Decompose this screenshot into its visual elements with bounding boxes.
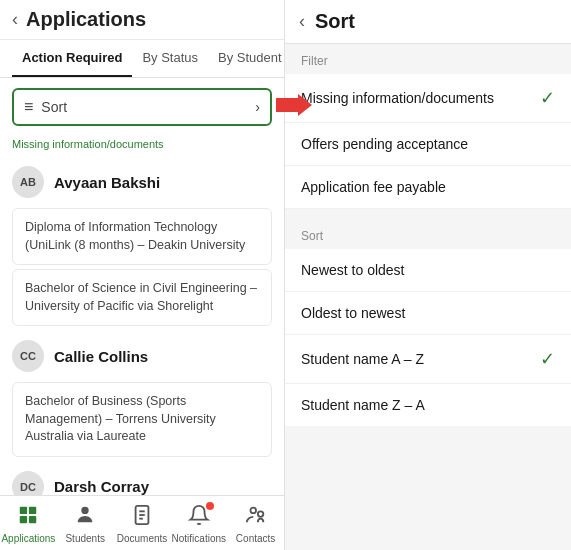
sort-option-name-za-label: Student name Z – A <box>301 397 425 413</box>
documents-nav-icon <box>131 504 153 531</box>
course-item-ab-1[interactable]: Bachelor of Science in Civil Engineering… <box>12 269 272 326</box>
student-header-ab: AB Avyaan Bakshi <box>0 156 284 204</box>
filter-option-offers-label: Offers pending acceptance <box>301 136 468 152</box>
notifications-nav-icon <box>188 504 210 531</box>
svg-point-10 <box>250 508 256 514</box>
students-nav-icon <box>74 504 96 531</box>
svg-point-5 <box>82 507 89 514</box>
sort-panel-title: Sort <box>315 10 355 33</box>
filter-section-heading: Filter <box>285 44 571 74</box>
section-divider <box>285 209 571 219</box>
course-item-cc-0[interactable]: Bachelor of Business (Sports Management)… <box>12 382 272 457</box>
svg-rect-1 <box>20 507 27 514</box>
avatar-dc: DC <box>12 471 44 496</box>
sort-label: Sort <box>41 99 255 115</box>
filter-option-missing-check: ✓ <box>540 87 555 109</box>
sort-bar[interactable]: ≡ Sort › <box>12 88 272 126</box>
filter-option-fee-label: Application fee payable <box>301 179 446 195</box>
sort-section-heading: Sort <box>285 219 571 249</box>
contacts-nav-icon <box>245 504 267 531</box>
tab-by-status[interactable]: By Status <box>132 40 208 77</box>
filter-option-missing-label: Missing information/documents <box>301 90 494 106</box>
red-arrow-indicator <box>276 94 312 120</box>
applications-title: Applications <box>26 8 146 31</box>
student-section-dc: DC Darsh Corray Bachelor of Music – Univ… <box>0 461 284 496</box>
right-panel: ‹ Sort Filter Missing information/docume… <box>285 0 571 550</box>
student-name-cc: Callie Collins <box>54 348 148 365</box>
avatar-cc: CC <box>12 340 44 372</box>
nav-label-documents: Documents <box>117 533 168 544</box>
nav-label-contacts: Contacts <box>236 533 275 544</box>
sort-option-name-az-label: Student name A – Z <box>301 351 424 367</box>
svg-marker-0 <box>276 94 312 116</box>
svg-rect-4 <box>29 516 36 523</box>
sort-option-name-az[interactable]: Student name A – Z ✓ <box>285 335 571 384</box>
filter-active-label: Missing information/documents <box>0 136 284 156</box>
nav-students[interactable]: Students <box>57 502 114 546</box>
student-section-ab: AB Avyaan Bakshi Diploma of Information … <box>0 156 284 326</box>
svg-rect-3 <box>20 516 27 523</box>
svg-rect-2 <box>29 507 36 514</box>
filter-option-offers[interactable]: Offers pending acceptance <box>285 123 571 166</box>
sort-option-oldest[interactable]: Oldest to newest <box>285 292 571 335</box>
tab-action-required[interactable]: Action Required <box>12 40 132 77</box>
nav-documents[interactable]: Documents <box>114 502 171 546</box>
left-header: ‹ Applications <box>0 0 284 40</box>
course-item-ab-0[interactable]: Diploma of Information Technology (UniLi… <box>12 208 272 265</box>
back-button-left[interactable]: ‹ <box>12 9 18 30</box>
student-name-dc: Darsh Corray <box>54 478 149 495</box>
notification-badge <box>206 502 214 510</box>
student-header-cc: CC Callie Collins <box>0 330 284 378</box>
sort-filter-list: Filter Missing information/documents ✓ O… <box>285 44 571 550</box>
sort-option-newest-label: Newest to oldest <box>301 262 405 278</box>
sort-option-name-az-check: ✓ <box>540 348 555 370</box>
sort-icon: ≡ <box>24 98 33 116</box>
nav-notifications[interactable]: Notifications <box>170 502 227 546</box>
bottom-nav: Applications Students Documents Notifica… <box>0 495 284 550</box>
nav-label-students: Students <box>65 533 104 544</box>
right-header: ‹ Sort <box>285 0 571 44</box>
sort-option-name-za[interactable]: Student name Z – A <box>285 384 571 426</box>
tab-by-student[interactable]: By Student <box>208 40 292 77</box>
sort-option-oldest-label: Oldest to newest <box>301 305 405 321</box>
student-list: AB Avyaan Bakshi Diploma of Information … <box>0 156 284 495</box>
left-panel: ‹ Applications Action Required By Status… <box>0 0 285 550</box>
student-section-cc: CC Callie Collins Bachelor of Business (… <box>0 330 284 457</box>
avatar-ab: AB <box>12 166 44 198</box>
tab-bar: Action Required By Status By Student <box>0 40 284 78</box>
nav-contacts[interactable]: Contacts <box>227 502 284 546</box>
nav-applications[interactable]: Applications <box>0 502 57 546</box>
sort-chevron-icon: › <box>255 99 260 115</box>
svg-point-11 <box>257 511 263 516</box>
student-header-dc: DC Darsh Corray <box>0 461 284 496</box>
filter-option-fee[interactable]: Application fee payable <box>285 166 571 209</box>
student-name-ab: Avyaan Bakshi <box>54 174 160 191</box>
sort-option-newest[interactable]: Newest to oldest <box>285 249 571 292</box>
applications-nav-icon <box>17 504 39 531</box>
nav-label-notifications: Notifications <box>172 533 226 544</box>
filter-option-missing[interactable]: Missing information/documents ✓ <box>285 74 571 123</box>
nav-label-applications: Applications <box>1 533 55 544</box>
back-button-right[interactable]: ‹ <box>299 11 305 32</box>
